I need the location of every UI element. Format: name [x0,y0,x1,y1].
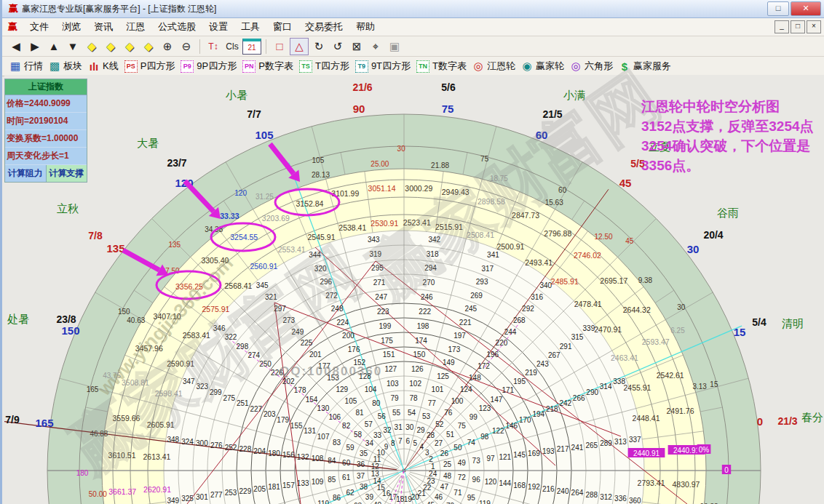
svg-text:228: 228 [239,445,252,453]
tool-9t-square-button[interactable]: T99T四方形 [355,60,411,73]
svg-text:15: 15 [734,326,746,338]
tool-sectors-button[interactable]: ▩板块 [49,60,82,73]
calc-resistance-button[interactable]: 计算阻力 [5,165,47,182]
svg-text:135: 135 [168,241,181,249]
zoom-out-icon[interactable]: ⊖ [178,39,195,55]
tool-9p-square-label: 9P四方形 [197,60,237,73]
diamond-down-icon[interactable]: ◆ [140,39,157,55]
svg-text:2746.02: 2746.02 [574,251,601,260]
svg-text:62: 62 [346,489,355,497]
triangle-tool-icon[interactable]: △ [290,38,309,55]
menu-item-公式选股[interactable]: 公式选股 [151,19,202,35]
svg-text:49: 49 [458,459,467,467]
svg-text:105: 105 [312,156,325,164]
mdi-controls: _ □ × [773,20,821,33]
tool-t-square-icon: TS [299,60,312,73]
svg-text:194: 194 [532,410,544,418]
menu-item-工具[interactable]: 工具 [234,19,266,35]
svg-text:小暑: 小暑 [225,89,247,101]
tool-t-square-button[interactable]: TST四方形 [299,60,349,73]
svg-text:107: 107 [317,433,330,441]
svg-text:290: 290 [586,388,598,396]
menu-item-帮助[interactable]: 帮助 [349,19,381,35]
up-tri-icon[interactable]: ▲ [45,39,63,55]
menu-item-窗口[interactable]: 窗口 [266,19,298,35]
svg-text:2470.91: 2470.91 [594,325,622,334]
svg-text:125: 125 [437,372,449,380]
svg-text:75: 75 [458,422,467,430]
svg-text:205: 205 [253,485,266,493]
cls-button[interactable]: Cls [223,39,241,55]
svg-text:77: 77 [428,399,437,407]
svg-text:2478.41: 2478.41 [574,300,602,308]
tool-p-table-button[interactable]: PNP数字表 [242,60,293,73]
diamond-right-icon[interactable]: ◆ [102,39,119,55]
svg-text:229: 229 [239,487,252,495]
diamond-up-icon[interactable]: ◆ [121,39,138,55]
svg-text:122: 122 [492,427,504,435]
svg-text:266: 266 [573,394,585,402]
svg-text:199: 199 [379,322,392,330]
tool-9p-square-icon: P9 [181,60,194,73]
menu-item-浏览[interactable]: 浏览 [55,19,87,35]
svg-text:21/3: 21/3 [777,415,797,427]
svg-text:360: 360 [629,497,641,504]
close-button[interactable]: ✕ [791,1,821,16]
square-tool-icon[interactable]: □ [271,39,288,55]
svg-text:251: 251 [237,399,249,407]
tool-kline-button[interactable]: ılıK线 [88,60,119,73]
menu-item-交易委托[interactable]: 交易委托 [298,19,349,35]
svg-text:3051.14: 3051.14 [368,184,396,193]
tool-p-square-button[interactable]: PSP四方形 [124,60,175,73]
menu-item-资讯[interactable]: 资讯 [87,19,119,35]
svg-text:169: 169 [528,449,540,457]
calc-support-button[interactable]: 计算支撑 [47,165,87,182]
tool-9t-square-icon: T9 [355,60,368,73]
tool-sectors-label: 板块 [63,60,82,73]
menu-item-设置[interactable]: 设置 [202,19,234,35]
next-icon[interactable]: ▶ [26,39,44,55]
diamond-left-icon[interactable]: ◆ [83,39,100,55]
svg-text:32: 32 [383,426,392,434]
svg-text:101: 101 [432,385,444,393]
svg-text:252: 252 [225,444,237,452]
rotate-ccw-icon[interactable]: ↺ [329,39,346,55]
tool-winner-wheel-button[interactable]: ◉赢家轮 [521,60,564,73]
svg-text:12.50: 12.50 [595,233,613,241]
svg-text:28.13: 28.13 [312,171,330,179]
svg-text:9.38: 9.38 [638,276,653,284]
calendar-icon[interactable]: 21 [242,39,261,55]
center-target-icon[interactable]: ⌖ [367,39,384,55]
svg-text:25: 25 [443,460,452,468]
restore-button[interactable]: □ [767,1,789,16]
t-updown-icon[interactable]: T↕ [205,39,222,55]
svg-text:170: 170 [519,416,531,424]
svg-text:85: 85 [328,476,336,484]
xbox-icon[interactable]: ⊠ [348,39,365,55]
tool-quotes-button[interactable]: ▦行情 [9,60,43,73]
menu-item-文件[interactable]: 文件 [23,19,55,35]
svg-text:96: 96 [472,476,481,484]
svg-text:3.13: 3.13 [692,383,707,391]
svg-text:78: 78 [409,394,418,402]
svg-text:200: 200 [342,332,354,340]
mdi-restore-button[interactable]: □ [791,20,805,33]
tool-9p-square-button[interactable]: P99P四方形 [181,60,237,73]
svg-text:4: 4 [420,443,424,451]
tool-kline-label: K线 [103,60,119,73]
svg-text:23/7: 23/7 [167,157,186,169]
down-tri-icon[interactable]: ▼ [64,39,82,55]
tool-t-table-button[interactable]: TNT数字表 [416,60,467,73]
mdi-minimize-button[interactable]: _ [775,20,789,33]
menu-item-江恩[interactable]: 江恩 [119,19,151,35]
prev-icon[interactable]: ◀ [7,39,25,55]
screen-icon[interactable]: ▣ [386,39,403,55]
tool-gann-wheel-button[interactable]: ◎江恩轮 [472,60,515,73]
svg-text:5/4: 5/4 [752,316,766,328]
zoom-in-icon[interactable]: ⊕ [159,39,176,55]
tool-p-table-label: P数字表 [258,60,293,73]
mdi-close-button[interactable]: × [807,20,821,33]
tool-kline-icon: ılı [88,61,100,72]
rotate-cw-icon[interactable]: ↻ [310,39,328,55]
svg-text:51: 51 [446,431,455,439]
